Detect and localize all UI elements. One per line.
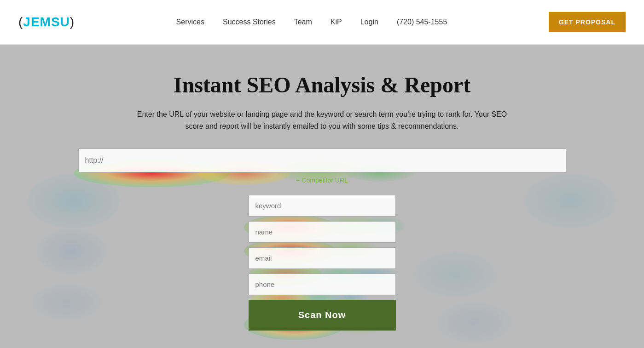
nav-services[interactable]: Services <box>176 18 204 26</box>
url-input[interactable] <box>78 148 566 172</box>
nav-kip[interactable]: KiP <box>331 18 342 26</box>
nav-team[interactable]: Team <box>294 18 312 26</box>
hero-section: Instant SEO Analysis & Report Enter the … <box>0 45 644 348</box>
scan-now-button[interactable]: Scan Now <box>249 300 396 331</box>
nav-login[interactable]: Login <box>360 18 378 26</box>
seo-form: + Competitor URL Scan Now <box>78 148 566 331</box>
logo[interactable]: (JEMSU) <box>18 15 75 29</box>
hero-title: Instant SEO Analysis & Report <box>78 72 566 97</box>
competitor-url-link[interactable]: + Competitor URL <box>296 177 348 184</box>
hero-subtitle: Enter the URL of your website or landing… <box>133 108 511 132</box>
form-fields-group: Scan Now <box>249 195 396 331</box>
logo-su: SU <box>51 15 70 29</box>
logo-paren-close: ) <box>70 15 75 29</box>
nav-success-stories[interactable]: Success Stories <box>223 18 276 26</box>
logo-jem: JEM <box>23 15 51 29</box>
navbar: (JEMSU) Services Success Stories Team Ki… <box>0 0 644 45</box>
nav-phone: (720) 545-1555 <box>397 18 447 26</box>
phone-input[interactable] <box>249 274 396 295</box>
logo-paren-open: ( <box>18 15 23 29</box>
url-input-row <box>78 148 566 172</box>
nav-links: Services Success Stories Team KiP Login … <box>176 18 447 26</box>
get-proposal-button[interactable]: GET PROPOSAL <box>549 12 626 32</box>
name-input[interactable] <box>249 221 396 243</box>
hero-content: Instant SEO Analysis & Report Enter the … <box>78 72 566 331</box>
keyword-input[interactable] <box>249 195 396 217</box>
email-input[interactable] <box>249 247 396 269</box>
